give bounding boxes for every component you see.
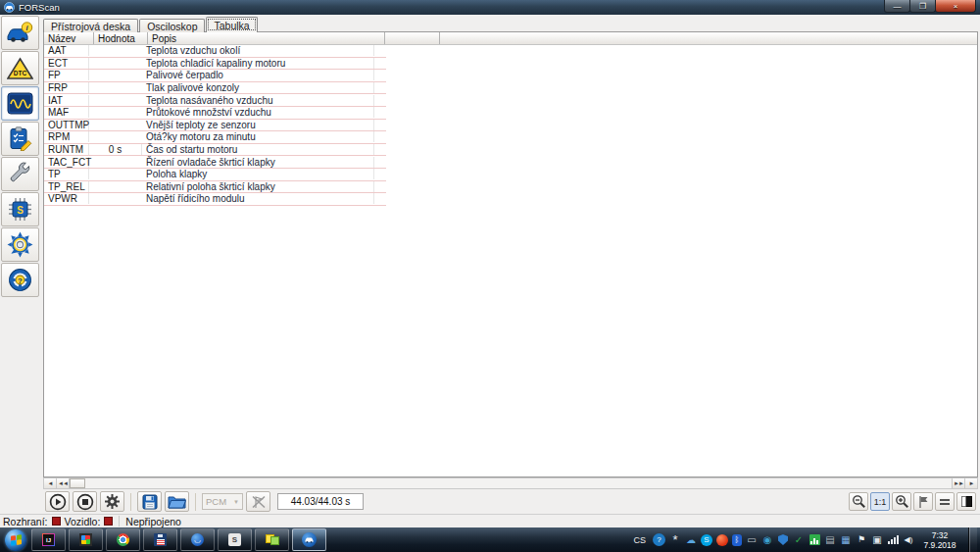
sidebar-dtc-button[interactable]: DTC <box>1 51 39 85</box>
tray-display-2-icon[interactable]: ▦ <box>840 533 852 546</box>
module-select[interactable]: PCM ▼ <box>202 493 243 510</box>
status-bar: Rozhraní: Vozidlo: Nepřipojeno <box>0 514 980 527</box>
play-button[interactable] <box>45 491 70 512</box>
taskbar-clock[interactable]: 7:32 7.9.2018 <box>918 530 961 550</box>
stop-button[interactable] <box>73 491 97 512</box>
close-button[interactable]: × <box>935 0 976 13</box>
tray-green-check-icon[interactable]: ✓ <box>793 533 805 546</box>
column-header-hodnota[interactable]: Hodnota <box>94 32 148 44</box>
taskbar-app-thunderbird[interactable]: ◡ <box>180 528 215 551</box>
zoom-in-button[interactable] <box>892 492 911 511</box>
module-select-value: PCM <box>206 496 226 507</box>
tray-skype-icon[interactable]: S <box>701 534 712 546</box>
table-row[interactable]: AAT Teplota vzduchu okolí <box>44 45 386 58</box>
pid-description: Teplota nasávaného vzduchu <box>142 95 374 106</box>
tray-help-icon[interactable]: ? <box>653 533 665 546</box>
pid-description: Napětí řídicího modulu <box>142 193 374 204</box>
sidebar-settings-button[interactable] <box>1 227 39 262</box>
sidebar-oscilloscope-button[interactable] <box>1 86 39 121</box>
table-row[interactable]: TP Poloha klapky <box>44 169 386 181</box>
table-row[interactable]: FRP Tlak palivové konzoly <box>44 82 386 95</box>
column-header-filler <box>385 32 440 44</box>
tray-bluetooth-icon[interactable]: ᛒ <box>732 534 742 546</box>
minimize-button[interactable]: — <box>884 0 910 13</box>
pid-name: TP <box>44 169 89 179</box>
scroll-left-fast-button[interactable]: ◄◄ <box>57 478 70 488</box>
tray-eye-icon[interactable]: ◉ <box>761 533 773 546</box>
table-row[interactable]: RPM Otá?ky motoru za minutu <box>44 131 386 144</box>
scroll-right-fast-button[interactable]: ►► <box>952 478 964 488</box>
table-row[interactable]: VPWR Napětí řídicího modulu <box>44 193 386 206</box>
taskbar-app-chrome[interactable] <box>106 528 140 551</box>
scroll-right-button[interactable]: ► <box>964 478 977 488</box>
pid-name: OUTTMP <box>44 120 89 130</box>
table-row[interactable]: ECT Teplota chladicí kapaliny motoru <box>44 58 386 71</box>
sidebar-vehicle-info-button[interactable]: i <box>1 16 39 50</box>
table-row[interactable]: FP Palivové čerpadlo <box>44 70 386 82</box>
column-header-nazev[interactable]: Název <box>44 32 94 44</box>
tray-volume-icon[interactable]: ◀) <box>903 533 914 546</box>
table-row[interactable]: OUTTMP Vnější teploty ze senzoru <box>44 120 386 132</box>
table-row[interactable]: MAF Průtokové množství vzduchu <box>44 107 386 120</box>
table-row[interactable]: TP_REL Relativní poloha škrticí klapky <box>44 181 386 194</box>
line-style-button[interactable] <box>935 492 955 511</box>
column-header-popis[interactable]: Popis <box>148 32 385 44</box>
record-settings-button[interactable] <box>100 491 124 512</box>
taskbar-app-forscan[interactable] <box>292 528 326 551</box>
tab-pristrojova-deska[interactable]: Přístrojová deska <box>43 19 138 32</box>
pid-description: Vnější teploty ze senzoru <box>142 120 374 130</box>
interface-status-indicator <box>52 517 61 526</box>
table-row[interactable]: IAT Teplota nasávaného vzduchu <box>44 94 386 107</box>
pid-description: Tlak palivové konzoly <box>142 82 374 93</box>
tray-action-center-flag-icon[interactable]: ⚑ <box>856 533 867 546</box>
titlebar[interactable]: FORScan — ❐ × <box>0 0 980 15</box>
table-body: AAT Teplota vzduchu okolí ECT Teplota ch… <box>44 45 977 206</box>
scrollbar-track[interactable] <box>85 478 952 488</box>
table-header: Název Hodnota Popis <box>44 32 977 45</box>
zoom-ratio-button[interactable]: 1:1 <box>870 492 890 511</box>
sidebar-service-button[interactable] <box>1 157 39 191</box>
tray-task-window-icon[interactable]: ▣ <box>871 533 883 546</box>
tray-asterisk-icon[interactable]: * <box>669 533 681 546</box>
tray-network-icon[interactable] <box>887 533 899 546</box>
taskbar-app-intellij[interactable]: IJ <box>31 528 66 551</box>
scrollbar-thumb[interactable] <box>70 478 85 488</box>
maximize-button[interactable]: ❐ <box>909 0 936 13</box>
tray-display-icon[interactable]: ▤ <box>824 533 836 546</box>
pid-name: VPWR <box>44 193 89 204</box>
tray-shield-icon[interactable] <box>777 533 789 546</box>
pid-name: FRP <box>44 82 89 93</box>
tray-antivirus-icon[interactable] <box>716 534 728 546</box>
data-table: Název Hodnota Popis AAT Teplota vzduchu … <box>43 31 978 477</box>
background-color-button[interactable] <box>956 492 976 511</box>
table-row[interactable]: RUNTM 0 s Čas od startu motoru <box>44 144 386 157</box>
tab-tabulka[interactable]: Tabulka <box>206 17 257 32</box>
clock-date: 7.9.2018 <box>918 540 961 550</box>
sidebar-tests-button[interactable] <box>1 122 39 156</box>
sidebar-about-button[interactable]: ? <box>1 263 39 297</box>
sidebar: i DTC <box>0 15 40 514</box>
open-log-button[interactable] <box>165 491 189 512</box>
tray-chart-icon[interactable] <box>808 533 820 546</box>
language-indicator[interactable]: CS <box>633 535 646 545</box>
save-log-button[interactable] <box>137 491 162 512</box>
taskbar-app-sticky-notes[interactable] <box>255 528 289 551</box>
table-row[interactable]: TAC_FCT Řízení ovladače škrticí klapky <box>44 156 386 169</box>
start-button[interactable] <box>5 529 26 551</box>
tab-osciloskop[interactable]: Osciloskop <box>139 19 205 32</box>
scroll-left-button[interactable]: ◄ <box>44 478 57 488</box>
taskbar-app-floppy[interactable] <box>143 528 177 551</box>
oscilloscope-icon <box>7 92 33 115</box>
vehicle-status-indicator <box>104 517 113 526</box>
taskbar-app-color-tool[interactable] <box>69 528 103 551</box>
marker-flag-button[interactable] <box>913 492 933 511</box>
open-folder-icon <box>168 494 186 509</box>
tray-monitor-icon[interactable]: ▭ <box>746 533 758 546</box>
taskbar-app-s[interactable]: S <box>218 528 252 551</box>
sidebar-configuration-button[interactable]: S <box>1 192 39 226</box>
tray-cloud-upload-icon[interactable]: ☁ <box>685 533 697 546</box>
zoom-out-button[interactable] <box>849 492 868 511</box>
marker-disabled-button[interactable] <box>246 491 270 512</box>
show-desktop-button[interactable] <box>968 527 977 552</box>
chevron-down-icon: ▼ <box>233 499 239 505</box>
